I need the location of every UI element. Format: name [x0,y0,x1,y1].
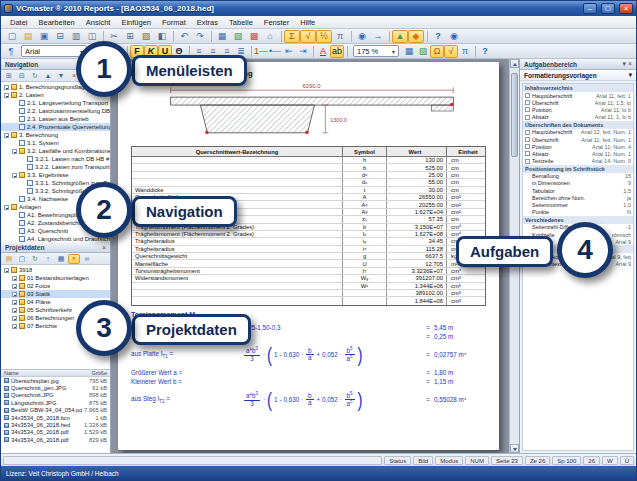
style-checkbox[interactable] [525,100,530,105]
undo-icon[interactable]: ↶ [176,30,192,43]
Überschrift[interactable]: Überschrift Arial 11, fett; Num. 1 [523,136,633,143]
pi-icon[interactable]: π [458,45,472,58]
info-icon[interactable]: ◉ [446,30,462,43]
Position[interactable]: Position Arial 11; Num. 4 [523,143,633,150]
move-up-icon[interactable]: ▲ [42,71,54,81]
Tabulator[interactable]: Tabulator 1,5 [523,187,633,194]
folder-tree-item[interactable]: 01 Bestandsunterlagen [1,274,110,282]
format-painter-icon[interactable]: ◧ [154,30,170,43]
menu-item[interactable]: Bearbeiten [34,17,80,28]
view-icon[interactable]: ▦ [55,254,67,264]
style-checkbox[interactable] [525,151,530,156]
nav-tree-item[interactable]: 3.2.2. Lasten zum Transport [1,163,110,171]
chart-icon[interactable]: ▩ [246,30,262,43]
expand-collapse-icon[interactable] [12,324,17,329]
scroll-down-icon[interactable] [510,444,519,453]
save-icon[interactable]: ▣ [36,30,52,43]
new-icon[interactable]: ▢ [4,30,20,43]
Hauptüberschrift[interactable]: Hauptüberschrift Arial 11, fett; 1 [523,92,633,99]
refresh-icon[interactable]: ↻ [29,254,41,264]
expand-collapse-icon[interactable] [4,133,9,138]
sqrt-icon[interactable]: √ [300,30,316,43]
font-select[interactable]: Arial ▾ [21,45,87,57]
Überschriften des Dokuments[interactable]: Überschriften des Dokuments [523,121,633,129]
print-icon[interactable]: ▥ [68,30,84,43]
menu-item[interactable]: Hilfe [295,17,320,28]
redo-icon[interactable]: ↷ [192,30,208,43]
pane-dropdown-icon[interactable]: ▾ [623,60,627,67]
Absatz[interactable]: Absatz Arial 11; 1; lo b [523,114,633,121]
Hauptüberschrift[interactable]: Hauptüberschrift Arial 12, fett; Num. 1 [523,129,633,136]
34x3534_06_2018.pdf[interactable]: 34x3534_06_2018.pdf 829 kB [1,436,110,443]
copy-icon[interactable]: ⊞ [122,30,138,43]
nav-tree-item[interactable]: 3.2. Lastfälle und Kombinationen [1,147,110,155]
pane-close-icon[interactable]: × [628,60,632,67]
zoom-select[interactable]: 175 % ▾ [353,45,399,57]
omega-icon[interactable]: Ω [430,45,444,58]
expand-collapse-icon[interactable] [4,85,9,90]
style-checkbox[interactable] [525,93,530,98]
filter-icon[interactable]: ▼ [68,254,80,264]
close-button[interactable]: × [619,3,633,14]
expand-collapse-icon[interactable] [12,300,17,305]
file-name-column[interactable]: Name [4,370,19,376]
insert-table-icon[interactable]: ▦ [402,45,416,58]
folder-tree-item[interactable]: 3918 [1,266,110,274]
Textzeile[interactable]: Textzeile Arial 14; Num. II [523,158,633,165]
toolbar-icon[interactable] [344,45,350,58]
font-color-icon[interactable]: A [316,45,330,58]
paragraph-marks-icon[interactable]: ¶ [4,45,18,58]
refresh-icon[interactable]: ↻ [29,71,41,81]
34x3534_06_2018.hed[interactable]: 34x3534_06_2018.hed 1.326 kB [1,421,110,428]
menu-item[interactable]: Datei [5,17,33,28]
new-folder-icon[interactable]: ▤ [3,254,15,264]
open-file-icon[interactable]: ▢ [16,254,28,264]
insert-image-icon[interactable]: ▧ [416,45,430,58]
menu-item[interactable]: Einfügen [116,17,156,28]
Punkte[interactable]: Punkte N [523,209,633,216]
open-icon[interactable]: ▤ [20,30,36,43]
expand-collapse-icon[interactable] [12,308,17,313]
sum-icon[interactable]: Σ [284,30,300,43]
menu-item[interactable]: Extras [192,17,223,28]
expand-collapse-icon[interactable] [12,292,17,297]
Absatz[interactable]: Absatz Arial 11; Num. 1 [523,150,633,157]
scrollbar-thumb[interactable] [511,73,518,157]
expand-collapse-icon[interactable] [12,316,17,321]
save-all-icon[interactable]: ⊟ [52,30,68,43]
Bereichen ohne Num.[interactable]: Bereichen ohne Num. ja [523,194,633,201]
paste-icon[interactable]: ▨ [138,30,154,43]
nav-tree-item[interactable]: 3. Berechnung [1,131,110,139]
link-icon[interactable]: ∞ [81,254,93,264]
folder-tree-item[interactable]: 02 Fotos [1,282,110,290]
Position[interactable]: Position Arial 11; lo b [523,106,633,113]
formula-icon[interactable]: √ [444,45,458,58]
nav-tree-item[interactable]: 2.1. Längsverteilung Transport [1,99,110,107]
style-checkbox[interactable] [525,144,530,149]
task-pane-subtitle[interactable]: Formatierungsvorlagen ▾ [520,70,636,81]
expand-collapse-icon[interactable] [4,205,9,210]
help-icon[interactable]: ? [430,30,446,43]
nav-tree-item[interactable]: 3.3. Ergebnisse [1,171,110,179]
expand-all-icon[interactable]: ⊞ [3,71,15,81]
minimize-button[interactable]: – [583,3,597,14]
menu-item[interactable]: Fenster [259,17,294,28]
expand-collapse-icon[interactable] [12,173,17,178]
Bemaßung[interactable]: Bemaßung 15 [523,173,633,180]
indent-icon[interactable]: ⇥ [296,45,310,58]
expand-collapse-icon[interactable] [12,276,17,281]
search-icon[interactable]: ◉ [354,30,370,43]
34x3534_05_2018.pdf[interactable]: 34x3534_05_2018.pdf 1.529 kB [1,429,110,436]
panel-close-icon[interactable]: × [102,244,106,251]
bookmark-icon[interactable]: ▲ [392,30,408,43]
Überschrift[interactable]: Überschrift Arial 11; 1,5; lo [523,99,633,106]
numbered-list-icon[interactable]: 1— [254,45,268,58]
style-checkbox[interactable] [525,137,530,142]
34x3534_05_2018.bcn[interactable]: 34x3534_05_2018.bcn 1 kB [1,414,110,421]
Seitennummer[interactable]: Seitennummer 1,0 [523,201,633,208]
scroll-up-icon[interactable] [510,59,519,68]
expand-collapse-icon[interactable] [4,93,9,98]
image-icon[interactable]: ▧ [230,30,246,43]
nav-tree-item[interactable]: 3.2.1. Lasten nach DB HB #1 [1,155,110,163]
nav-tree-item[interactable]: 2.2. Lastzusammenstellung DB HB #1 [1,107,110,115]
